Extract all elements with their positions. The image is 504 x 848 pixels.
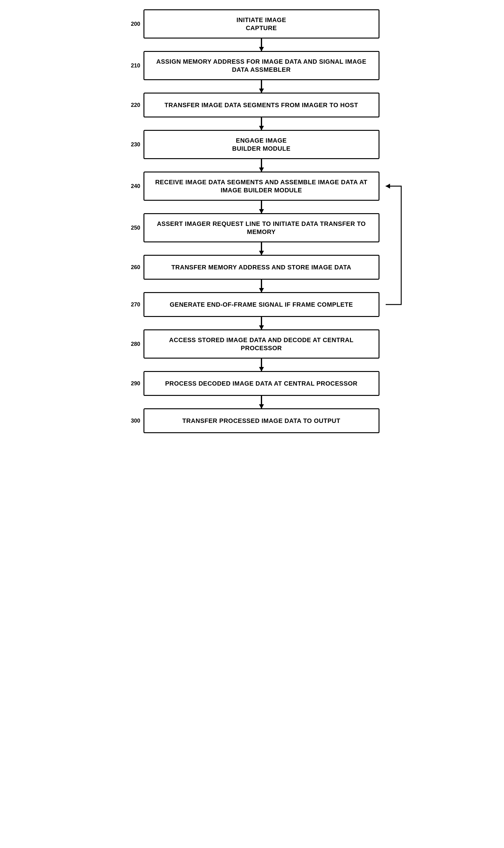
- step-200-label: 200: [125, 21, 143, 27]
- arrow-7: [261, 317, 262, 329]
- connector-5: [125, 242, 379, 255]
- connector-4: [125, 201, 379, 213]
- step-240-row: 240 RECEIVE IMAGE DATA SEGMENTS AND ASSE…: [125, 172, 379, 201]
- step-210-label: 210: [125, 63, 143, 69]
- connector-3: [125, 159, 379, 172]
- step-230-box: ENGAGE IMAGEBUILDER MODULE: [143, 130, 379, 159]
- step-220-label: 220: [125, 102, 143, 108]
- step-260-row: 260 TRANSFER MEMORY ADDRESS AND STORE IM…: [125, 255, 379, 280]
- step-200-box: INITIATE IMAGECAPTURE: [143, 9, 379, 38]
- step-250-box: ASSERT IMAGER REQUEST LINE TO INITIATE D…: [143, 213, 379, 242]
- step-290-box: PROCESS DECODED IMAGE DATA AT CENTRAL PR…: [143, 371, 379, 396]
- connector-6: [125, 280, 379, 292]
- arrow-1: [261, 80, 262, 93]
- step-210-box: ASSIGN MEMORY ADDRESS FOR IMAGE DATA AND…: [143, 51, 379, 80]
- step-240-feedback-wrapper: 240 RECEIVE IMAGE DATA SEGMENTS AND ASSE…: [125, 172, 379, 201]
- step-230-label: 230: [125, 141, 143, 148]
- connector-1: [125, 80, 379, 93]
- step-250-label: 250: [125, 225, 143, 231]
- step-220-row: 220 TRANSFER IMAGE DATA SEGMENTS FROM IM…: [125, 93, 379, 118]
- step-290-row: 290 PROCESS DECODED IMAGE DATA AT CENTRA…: [125, 371, 379, 396]
- connector-0: [125, 38, 379, 51]
- step-260-box: TRANSFER MEMORY ADDRESS AND STORE IMAGE …: [143, 255, 379, 280]
- step-200-row: 200 INITIATE IMAGECAPTURE: [125, 9, 379, 38]
- arrow-8: [261, 358, 262, 371]
- step-260-label: 260: [125, 264, 143, 271]
- step-300-label: 300: [125, 418, 143, 424]
- svg-marker-0: [386, 184, 390, 189]
- step-300-row: 300 TRANSFER PROCESSED IMAGE DATA TO OUT…: [125, 408, 379, 433]
- step-250-row: 250 ASSERT IMAGER REQUEST LINE TO INITIA…: [125, 213, 379, 242]
- arrow-2: [261, 118, 262, 130]
- arrow-9: [261, 396, 262, 408]
- arrow-4: [261, 201, 262, 213]
- connector-2: [125, 118, 379, 130]
- step-280-row: 280 ACCESS STORED IMAGE DATA AND DECODE …: [125, 329, 379, 358]
- step-300-box: TRANSFER PROCESSED IMAGE DATA TO OUTPUT: [143, 408, 379, 433]
- arrow-3: [261, 159, 262, 172]
- connector-9: [125, 396, 379, 408]
- step-270-box: GENERATE END-OF-FRAME SIGNAL IF FRAME CO…: [143, 292, 379, 317]
- arrow-6: [261, 280, 262, 292]
- step-230-row: 230 ENGAGE IMAGEBUILDER MODULE: [125, 130, 379, 159]
- step-270-label: 270: [125, 301, 143, 308]
- flowchart-diagram: 200 INITIATE IMAGECAPTURE 210 ASSIGN MEM…: [125, 9, 379, 839]
- step-280-label: 280: [125, 341, 143, 348]
- connector-8: [125, 358, 379, 371]
- connector-7: [125, 317, 379, 329]
- arrow-5: [261, 242, 262, 255]
- step-240-box: RECEIVE IMAGE DATA SEGMENTS AND ASSEMBLE…: [143, 172, 379, 201]
- step-220-box: TRANSFER IMAGE DATA SEGMENTS FROM IMAGER…: [143, 93, 379, 118]
- step-270-row: 270 GENERATE END-OF-FRAME SIGNAL IF FRAM…: [125, 292, 379, 317]
- step-210-row: 210 ASSIGN MEMORY ADDRESS FOR IMAGE DATA…: [125, 51, 379, 80]
- arrow-0: [261, 38, 262, 51]
- step-280-box: ACCESS STORED IMAGE DATA AND DECODE AT C…: [143, 329, 379, 358]
- step-290-label: 290: [125, 380, 143, 387]
- step-240-label: 240: [125, 183, 143, 190]
